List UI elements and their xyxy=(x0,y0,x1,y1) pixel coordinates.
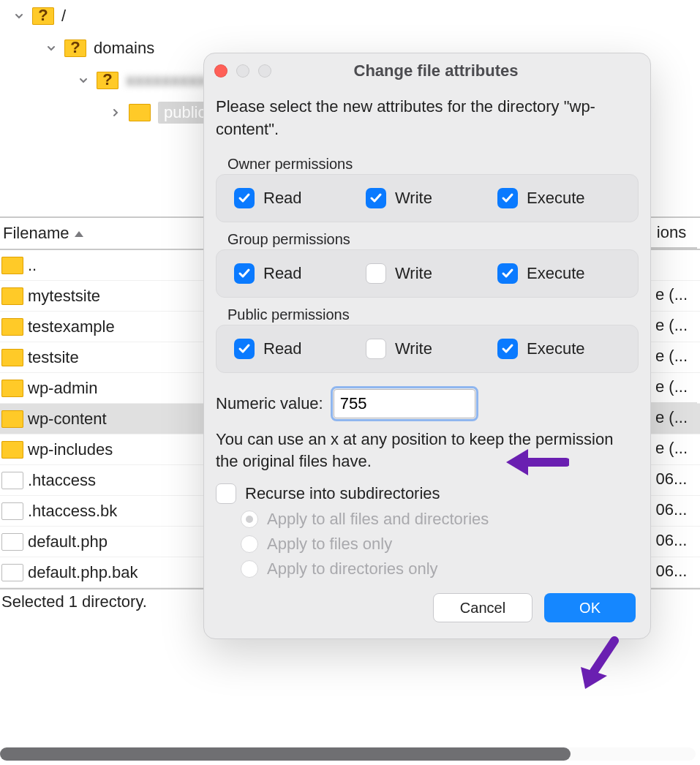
group-permissions-box: ReadWriteExecute xyxy=(216,249,639,298)
col-filename[interactable]: Filename xyxy=(3,224,69,243)
dialog-titlebar[interactable]: Change file attributes xyxy=(204,53,650,88)
annotation-arrow-icon xyxy=(578,636,622,695)
owner-execute-checkbox[interactable] xyxy=(497,188,518,208)
apply-all-label: Apply to all files and directories xyxy=(267,510,489,529)
folder-icon xyxy=(129,104,151,121)
apply-dirs-radio xyxy=(241,560,258,578)
chevron-down-icon[interactable] xyxy=(76,73,91,88)
ok-button[interactable]: OK xyxy=(544,593,636,622)
folder-question-icon xyxy=(64,39,86,57)
public-execute-label: Execute xyxy=(527,339,585,358)
right-col-cell xyxy=(646,249,697,279)
folder-question-icon xyxy=(32,7,54,25)
owner-write-label: Write xyxy=(395,189,432,208)
dialog-instruction: Please select the new attributes for the… xyxy=(216,96,639,141)
public-permissions-label: Public permissions xyxy=(216,298,639,325)
dialog-title: Change file attributes xyxy=(232,61,640,80)
chevron-down-icon[interactable] xyxy=(44,41,59,56)
file-icon xyxy=(1,533,23,551)
sort-asc-icon[interactable] xyxy=(73,224,85,243)
folder-question-icon xyxy=(97,72,118,89)
owner-read-checkbox[interactable] xyxy=(234,188,255,208)
file-icon xyxy=(1,564,23,581)
chevron-down-icon[interactable] xyxy=(12,9,26,23)
right-col-cell: e (... xyxy=(646,341,697,372)
apply-dirs-label: Apply to directories only xyxy=(267,559,438,579)
public-read-checkbox[interactable] xyxy=(234,339,255,359)
col-right-header[interactable]: ions xyxy=(646,216,697,249)
owner-permissions-label: Owner permissions xyxy=(216,147,639,174)
folder-icon xyxy=(1,380,23,397)
tree-level1-label[interactable]: domains xyxy=(94,39,154,58)
recurse-checkbox[interactable] xyxy=(216,483,236,504)
owner-permissions-box: ReadWriteExecute xyxy=(216,174,639,222)
cancel-button[interactable]: Cancel xyxy=(433,593,532,622)
group-write-checkbox[interactable] xyxy=(366,263,386,284)
group-read-label: Read xyxy=(263,264,302,283)
numeric-value-input[interactable] xyxy=(334,389,475,418)
public-permissions-box: ReadWriteExecute xyxy=(216,325,639,373)
folder-icon xyxy=(1,441,23,459)
folder-icon xyxy=(1,410,23,428)
right-col-cell: e (... xyxy=(646,310,697,341)
numeric-label: Numeric value: xyxy=(216,394,323,413)
right-col-cell: 06... xyxy=(646,494,697,525)
folder-icon xyxy=(1,318,23,336)
tree-root-label[interactable]: / xyxy=(61,7,66,26)
group-execute-label: Execute xyxy=(527,264,585,283)
public-read-label: Read xyxy=(263,339,302,358)
owner-execute-label: Execute xyxy=(527,189,585,208)
public-execute-checkbox[interactable] xyxy=(497,339,518,359)
scrollbar-thumb[interactable] xyxy=(0,747,571,761)
apply-files-radio xyxy=(241,535,258,553)
file-icon xyxy=(1,472,23,489)
file-icon xyxy=(1,502,23,520)
chevron-right-icon[interactable] xyxy=(108,105,123,120)
folder-icon xyxy=(1,287,23,305)
owner-write-checkbox[interactable] xyxy=(366,188,386,208)
folder-icon xyxy=(1,257,23,274)
tree-level2-label[interactable]: xxxxxxxxx xyxy=(126,71,206,90)
apply-files-label: Apply to files only xyxy=(267,535,392,554)
right-col-cell: e (... xyxy=(646,402,697,433)
right-col-cell: e (... xyxy=(646,433,697,464)
right-col-cell: 06... xyxy=(646,464,697,494)
right-col-cell: e (... xyxy=(646,372,697,402)
group-write-label: Write xyxy=(395,264,432,283)
group-permissions-label: Group permissions xyxy=(216,222,639,249)
change-attributes-dialog: Change file attributes Please select the… xyxy=(203,53,651,639)
public-write-checkbox[interactable] xyxy=(366,339,386,359)
owner-read-label: Read xyxy=(263,189,302,208)
right-col-cell: 06... xyxy=(646,525,697,556)
right-col-scraps: ions e (...e (...e (... e (...e (...e (.… xyxy=(646,216,697,587)
apply-all-radio xyxy=(241,510,258,528)
folder-icon xyxy=(1,349,23,366)
group-execute-checkbox[interactable] xyxy=(497,263,518,284)
numeric-hint: You can use an x at any position to keep… xyxy=(216,429,639,474)
right-col-cell: e (... xyxy=(646,279,697,310)
horizontal-scrollbar[interactable] xyxy=(0,747,696,761)
public-write-label: Write xyxy=(395,339,432,358)
recurse-label: Recurse into subdirectories xyxy=(245,484,440,503)
window-close-button[interactable] xyxy=(214,64,227,78)
right-col-cell: 06... xyxy=(646,556,697,587)
group-read-checkbox[interactable] xyxy=(234,263,255,284)
